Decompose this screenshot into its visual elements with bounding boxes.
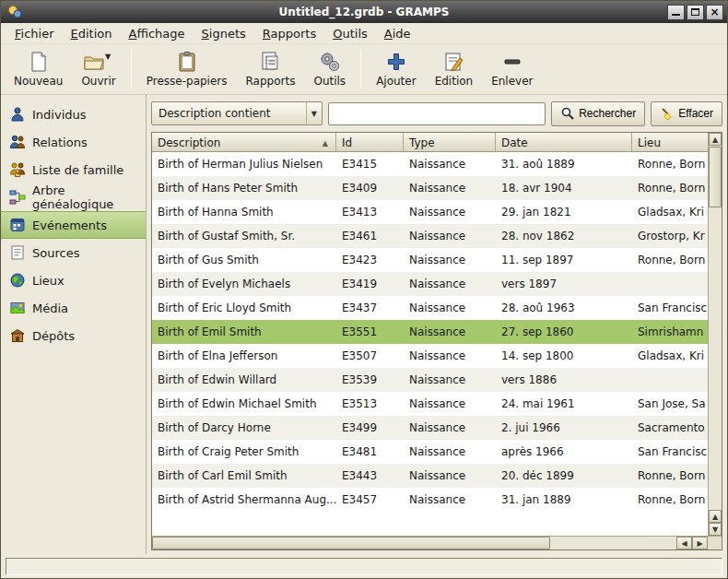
cell-id: E3507: [336, 349, 404, 362]
menu-rapports[interactable]: Rapports: [254, 24, 324, 43]
sidebar-item-relations[interactable]: Relations: [1, 128, 146, 156]
cell-date: vers 1897: [496, 278, 632, 290]
table-body: Birth of Herman Julius Nielsen E3415 Nai…: [152, 152, 708, 536]
edit-button[interactable]: Edition: [426, 46, 483, 92]
events-view: Description contient ▼ Rechercher: [147, 95, 727, 554]
table-row[interactable]: Birth of Gus Smith E3423 Naissance 11. s…: [152, 248, 708, 272]
scroll-down-button[interactable]: ▼: [709, 523, 722, 536]
cell-date: 24. mai 1961: [496, 397, 632, 410]
horizontal-scrollbar[interactable]: [152, 537, 676, 549]
menu-affichage[interactable]: Affichage: [120, 24, 193, 43]
table-row[interactable]: Birth of Elna Jefferson E3507 Naissance …: [152, 344, 708, 368]
cell-description: Birth of Evelyn Michaels: [152, 278, 336, 290]
cell-date: 27. sep 1860: [496, 325, 632, 338]
sidebar-item-sources[interactable]: Sources: [1, 239, 146, 266]
column-header-description[interactable]: Description ▲: [152, 133, 336, 152]
table-row[interactable]: Birth of Hanna Smith E3413 Naissance 29.…: [152, 200, 708, 224]
sidebar-item-lieux[interactable]: Lieux: [1, 266, 146, 294]
table-row[interactable]: Birth of Astrid Shermanna Aug... E3457 N…: [152, 488, 708, 512]
reports-icon: [259, 51, 281, 73]
clear-button[interactable]: Effacer: [651, 101, 722, 126]
sidebar-item-individus[interactable]: Individus: [1, 100, 146, 128]
cell-place: Gladsax, Kri: [632, 206, 708, 219]
table-row[interactable]: Birth of Edwin Michael Smith E3513 Naiss…: [152, 392, 708, 416]
cell-date: 28. nov 1862: [496, 230, 632, 242]
pedigree-icon: [9, 189, 26, 206]
tools-button[interactable]: Outils: [304, 46, 355, 92]
menu-aide[interactable]: Aide: [376, 24, 419, 43]
table-row[interactable]: Birth of Hans Peter Smith E3409 Naissanc…: [152, 176, 708, 200]
column-header-lieu[interactable]: Lieu: [632, 133, 708, 152]
events-icon: [9, 217, 26, 233]
search-button[interactable]: Rechercher: [551, 101, 645, 126]
scroll-up-button[interactable]: ▲: [709, 133, 722, 146]
cell-date: 2. jui 1966: [496, 421, 632, 434]
remove-button[interactable]: Enlever: [482, 46, 542, 92]
menu-outils[interactable]: Outils: [324, 24, 376, 43]
sidebar-item-liste-de-famille[interactable]: Liste de famille: [1, 156, 146, 183]
column-header-type[interactable]: Type: [404, 133, 496, 152]
clipboard-button[interactable]: Presse-papiers: [137, 46, 237, 92]
table-row[interactable]: Birth of Gustaf Smith, Sr. E3461 Naissan…: [152, 224, 708, 248]
category-sidebar: Individus Relations: [1, 95, 147, 554]
table-row[interactable]: Birth of Eric Lloyd Smith E3437 Naissanc…: [152, 296, 708, 320]
cell-type: Naissance: [404, 397, 496, 410]
cell-id: E3423: [336, 254, 404, 266]
cell-type: Naissance: [404, 301, 496, 314]
sidebar-item-depots[interactable]: Dépôts: [1, 322, 146, 349]
cell-id: E3457: [336, 493, 404, 506]
horizontal-scrollbar-thumb[interactable]: [152, 537, 550, 549]
menu-edition[interactable]: Edition: [63, 24, 121, 43]
family-list-icon: [9, 161, 26, 178]
menu-signets[interactable]: Signets: [194, 24, 254, 43]
minimize-button[interactable]: [667, 5, 685, 20]
table-row-selected[interactable]: Birth of Emil Smith E3551 Naissance 27. …: [152, 320, 708, 344]
menu-fichier[interactable]: Fichier: [6, 24, 63, 43]
sidebar-item-arbre-genealogique[interactable]: Arbre généalogique: [1, 183, 146, 211]
vertical-scrollbar-track[interactable]: [709, 207, 722, 510]
table-row[interactable]: Birth of Darcy Horne E3499 Naissance 2. …: [152, 416, 708, 440]
table-row[interactable]: Birth of Carl Emil Smith E3443 Naissance…: [152, 464, 708, 488]
scrollbar-corner: [708, 537, 722, 549]
chevron-down-icon[interactable]: ▼: [105, 53, 114, 72]
cell-place: Ronne, Born: [632, 254, 708, 266]
maximize-button[interactable]: [687, 5, 704, 20]
broom-icon: [660, 106, 675, 121]
toolbar: Nouveau ▼ Ouvrir Presse-papiers: [1, 44, 727, 95]
table-row[interactable]: Birth of Edwin Willard E3539 Naissance v…: [152, 368, 708, 392]
filter-search-input[interactable]: [328, 102, 546, 125]
repositories-icon: [9, 327, 26, 344]
scroll-right-button[interactable]: ▶: [692, 537, 708, 549]
toolbar-separator: [360, 50, 361, 89]
table-row[interactable]: Birth of Craig Peter Smith E3481 Naissan…: [152, 440, 708, 464]
cell-date: 18. avr 1904: [496, 182, 632, 195]
table-row[interactable]: Birth of Evelyn Michaels E3419 Naissance…: [152, 272, 708, 296]
scroll-up-button-secondary[interactable]: ▲: [709, 510, 722, 523]
cell-type: Naissance: [404, 278, 496, 290]
scroll-left-button[interactable]: ◀: [676, 537, 692, 549]
column-header-date[interactable]: Date: [496, 133, 632, 152]
column-header-id[interactable]: Id: [336, 133, 404, 152]
filter-type-dropdown[interactable]: Description contient ▼: [151, 101, 323, 125]
cell-date: 31. jan 1889: [496, 493, 632, 506]
edit-icon: [442, 51, 464, 73]
sidebar-item-media[interactable]: Média: [1, 294, 146, 322]
reports-button[interactable]: Rapports: [237, 46, 305, 92]
table-row[interactable]: Birth of Herman Julius Nielsen E3415 Nai…: [152, 152, 708, 176]
cell-description: Birth of Edwin Willard: [152, 373, 336, 386]
search-icon: [560, 106, 575, 121]
open-button[interactable]: ▼ Ouvrir: [72, 46, 124, 92]
cell-type: Naissance: [404, 182, 496, 195]
cell-type: Naissance: [404, 325, 496, 338]
add-button[interactable]: Ajouter: [367, 46, 426, 92]
close-button[interactable]: ×: [706, 5, 723, 20]
cell-place: San Jose, Sa: [632, 397, 708, 410]
vertical-scrollbar-thumb[interactable]: [709, 147, 722, 207]
new-button[interactable]: Nouveau: [5, 46, 72, 92]
cell-description: Birth of Carl Emil Smith: [152, 469, 336, 482]
sidebar-item-evenements[interactable]: Evénements: [1, 211, 146, 239]
vertical-scrollbar[interactable]: ▲ ▲ ▼: [708, 133, 722, 536]
cell-type: Naissance: [404, 349, 496, 362]
title-bar[interactable]: Untitled_12.grdb - GRAMPS ×: [1, 1, 727, 23]
cell-id: E3413: [336, 206, 404, 219]
